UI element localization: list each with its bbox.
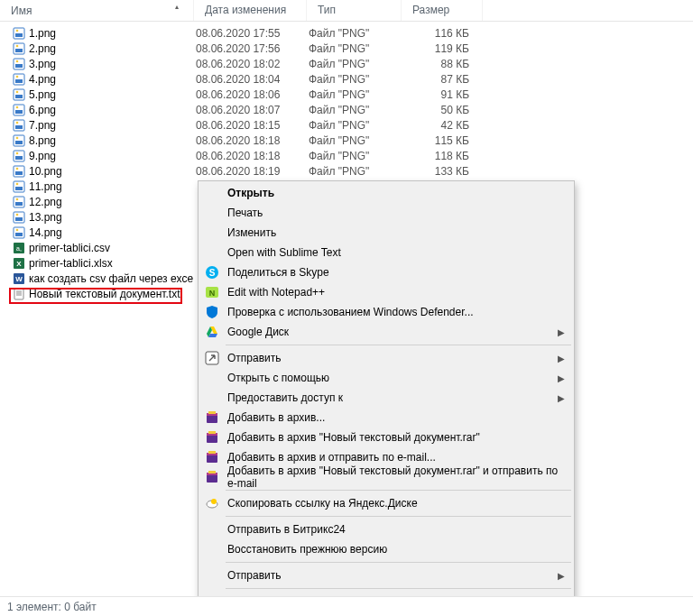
menu-item-label: Добавить в архив "Новый текстовый докуме…	[227, 431, 480, 444]
menu-item[interactable]: Добавить в архив "Новый текстовый докуме…	[200, 467, 572, 487]
file-name: 10.png	[29, 165, 62, 178]
file-type: Файл "PNG"	[307, 150, 402, 162]
sort-asc-icon: ▴	[175, 3, 179, 11]
file-icon	[13, 58, 25, 70]
file-date: 08.06.2020 17:56	[194, 42, 307, 55]
menu-item[interactable]: Google Диск▶	[200, 322, 572, 342]
file-type: Файл "PNG"	[307, 27, 402, 40]
menu-item[interactable]: Добавить в архив...	[200, 408, 572, 428]
menu-item[interactable]: Предоставить доступ к▶	[200, 388, 572, 408]
share-icon	[205, 351, 219, 365]
file-icon	[13, 104, 25, 116]
menu-item[interactable]: Open with Sublime Text	[200, 243, 572, 262]
menu-item[interactable]: Восстановить прежнюю версию	[200, 539, 572, 559]
menu-item-label: Проверка с использованием Windows Defend…	[227, 306, 474, 318]
menu-item[interactable]: Скопировать ссылку на Яндекс.Диске	[200, 493, 572, 513]
file-date: 08.06.2020 18:07	[194, 104, 307, 116]
file-icon	[13, 272, 25, 285]
defender-icon	[205, 305, 219, 319]
file-size: 88 КБ	[402, 58, 469, 70]
file-row[interactable]: 3.png08.06.2020 18:02Файл "PNG"88 КБ	[0, 56, 693, 71]
menu-item-label: Открыть с помощью	[227, 372, 329, 384]
menu-item[interactable]: Отправить▶	[200, 565, 572, 585]
menu-item[interactable]: Отправить▶	[200, 348, 572, 368]
menu-item[interactable]: Открыть	[200, 183, 572, 203]
menu-separator	[226, 588, 571, 589]
file-row[interactable]: 5.png08.06.2020 18:06Файл "PNG"91 КБ	[0, 87, 693, 102]
menu-item-label: Google Диск	[227, 326, 289, 338]
file-icon	[13, 150, 25, 162]
file-date: 08.06.2020 18:15	[194, 119, 307, 132]
menu-item[interactable]: Добавить в архив "Новый текстовый докуме…	[200, 428, 572, 447]
file-icon	[13, 226, 25, 239]
file-row[interactable]: 9.png08.06.2020 18:18Файл "PNG"118 КБ	[0, 148, 693, 163]
file-date: 08.06.2020 18:06	[194, 88, 307, 101]
skype-icon	[205, 265, 219, 280]
file-row[interactable]: 10.png08.06.2020 18:19Файл "PNG"133 КБ	[0, 163, 693, 179]
menu-item[interactable]: Изменить	[200, 223, 572, 243]
file-type: Файл "PNG"	[307, 134, 402, 147]
file-size: 91 КБ	[402, 88, 469, 101]
file-icon	[13, 42, 25, 55]
file-name: 1.png	[29, 27, 56, 40]
ydisk-icon	[205, 496, 219, 510]
file-row[interactable]: 8.png08.06.2020 18:18Файл "PNG"115 КБ	[0, 133, 693, 148]
file-type: Файл "PNG"	[307, 119, 402, 132]
file-type: Файл "PNG"	[307, 165, 402, 178]
rar-icon	[205, 430, 219, 445]
menu-item[interactable]: Отправить в Битрикс24	[200, 519, 572, 539]
file-date: 08.06.2020 18:19	[194, 165, 307, 178]
file-size: 115 КБ	[402, 134, 469, 147]
file-name: 7.png	[29, 119, 56, 132]
submenu-arrow-icon: ▶	[558, 327, 565, 337]
column-type[interactable]: Тип	[307, 0, 402, 21]
menu-item-label: Отправить	[227, 352, 282, 364]
file-date: 08.06.2020 18:02	[194, 58, 307, 70]
file-type: Файл "PNG"	[307, 73, 402, 86]
file-name: 14.png	[29, 226, 62, 239]
menu-item[interactable]: Проверка с использованием Windows Defend…	[200, 302, 572, 322]
menu-item[interactable]: Открыть с помощью▶	[200, 368, 572, 388]
file-name: как создать csv файл через excel.docx	[29, 272, 194, 285]
npp-icon	[205, 285, 219, 299]
file-size: 50 КБ	[402, 104, 469, 116]
file-type: Файл "PNG"	[307, 58, 402, 70]
column-date[interactable]: Дата изменения	[194, 0, 307, 21]
menu-separator	[226, 345, 571, 345]
context-menu: ОткрытьПечатьИзменитьOpen with Sublime T…	[198, 180, 575, 616]
file-type: Файл "PNG"	[307, 42, 402, 55]
menu-separator	[226, 490, 571, 491]
file-row[interactable]: 2.png08.06.2020 17:56Файл "PNG"119 КБ	[0, 41, 693, 56]
file-row[interactable]: 1.png08.06.2020 17:55Файл "PNG"116 КБ	[0, 25, 693, 41]
file-icon	[13, 196, 25, 208]
file-icon	[13, 73, 25, 86]
menu-item[interactable]: Поделиться в Skype	[200, 262, 572, 282]
menu-item-label: Добавить в архив...	[227, 411, 325, 424]
file-date: 08.06.2020 18:18	[194, 150, 307, 162]
status-text: 1 элемент: 0 байт	[7, 601, 97, 613]
file-name: 11.png	[29, 180, 62, 193]
file-name: 5.png	[29, 88, 56, 101]
menu-item-label: Поделиться в Skype	[227, 266, 329, 279]
column-name[interactable]: Имя▴	[0, 0, 194, 21]
file-name: 8.png	[29, 134, 56, 147]
file-row[interactable]: 4.png08.06.2020 18:04Файл "PNG"87 КБ	[0, 71, 693, 87]
file-icon	[13, 165, 25, 178]
menu-item-label: Скопировать ссылку на Яндекс.Диске	[227, 497, 418, 510]
status-bar: 1 элемент: 0 байт	[0, 596, 693, 616]
file-size: 116 КБ	[402, 27, 469, 40]
column-size[interactable]: Размер	[402, 0, 483, 21]
file-row[interactable]: 7.png08.06.2020 18:15Файл "PNG"42 КБ	[0, 117, 693, 133]
file-icon	[13, 27, 25, 40]
file-date: 08.06.2020 18:18	[194, 134, 307, 147]
menu-item-label: Edit with Notepad++	[227, 286, 325, 299]
file-row[interactable]: 6.png08.06.2020 18:07Файл "PNG"50 КБ	[0, 102, 693, 117]
menu-item[interactable]: Edit with Notepad++	[200, 282, 572, 302]
file-name: 4.png	[29, 73, 56, 86]
menu-item-label: Добавить в архив и отправить по e-mail..…	[227, 451, 436, 464]
file-size: 119 КБ	[402, 42, 469, 55]
file-name: 13.png	[29, 211, 62, 224]
file-date: 08.06.2020 18:04	[194, 73, 307, 86]
file-name: 9.png	[29, 150, 56, 162]
menu-item[interactable]: Печать	[200, 203, 572, 223]
